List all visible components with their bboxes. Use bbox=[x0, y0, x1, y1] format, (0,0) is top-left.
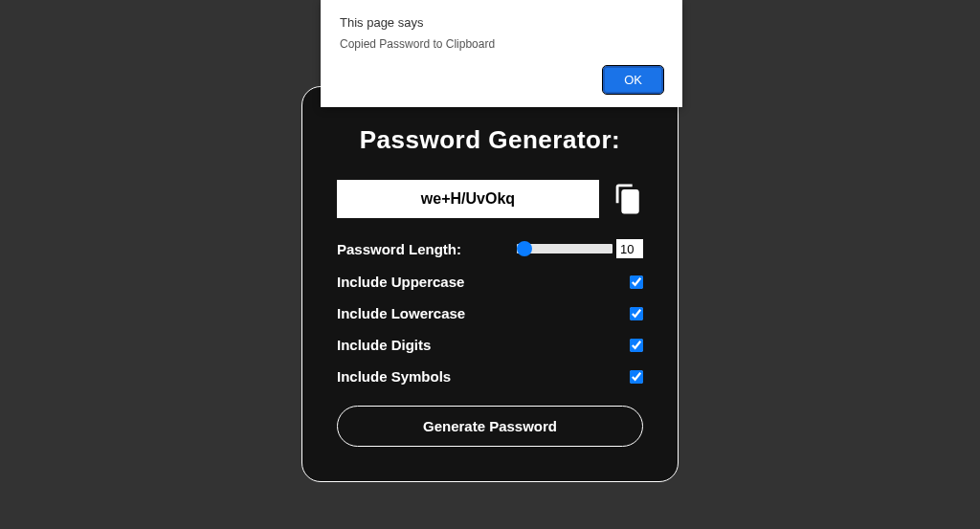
password-row bbox=[337, 180, 643, 218]
option-digits-checkbox[interactable] bbox=[630, 339, 643, 352]
password-output[interactable] bbox=[337, 180, 599, 218]
length-row: Password Length: bbox=[337, 239, 643, 258]
length-label: Password Length: bbox=[337, 241, 461, 257]
option-lowercase-checkbox[interactable] bbox=[630, 307, 643, 320]
option-uppercase-row: Include Uppercase bbox=[337, 274, 643, 290]
option-uppercase-checkbox[interactable] bbox=[630, 276, 643, 289]
option-symbols-row: Include Symbols bbox=[337, 368, 643, 385]
option-symbols-label: Include Symbols bbox=[337, 368, 451, 385]
alert-ok-button[interactable]: OK bbox=[603, 66, 663, 94]
generate-button[interactable]: Generate Password bbox=[337, 406, 643, 447]
option-lowercase-row: Include Lowercase bbox=[337, 305, 643, 321]
copy-icon[interactable] bbox=[611, 183, 643, 215]
option-lowercase-label: Include Lowercase bbox=[337, 305, 465, 321]
length-slider-thumb[interactable] bbox=[517, 241, 532, 256]
option-digits-row: Include Digits bbox=[337, 337, 643, 353]
option-symbols-checkbox[interactable] bbox=[630, 370, 643, 384]
length-slider-group bbox=[517, 239, 643, 258]
alert-message: Copied Password to Clipboard bbox=[340, 37, 663, 51]
length-value-input[interactable] bbox=[616, 239, 643, 258]
alert-dialog: This page says Copied Password to Clipbo… bbox=[321, 0, 682, 107]
option-uppercase-label: Include Uppercase bbox=[337, 274, 464, 290]
password-generator-card: Password Generator: Password Length: Inc… bbox=[301, 86, 679, 482]
alert-button-row: OK bbox=[340, 66, 663, 94]
option-digits-label: Include Digits bbox=[337, 337, 431, 353]
length-slider[interactable] bbox=[517, 244, 612, 253]
alert-title: This page says bbox=[340, 15, 663, 30]
card-title: Password Generator: bbox=[337, 125, 643, 155]
